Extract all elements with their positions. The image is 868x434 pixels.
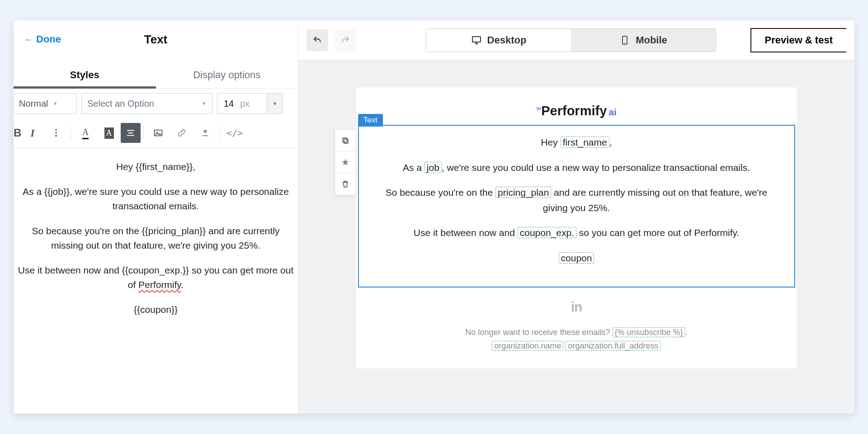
block-actions bbox=[335, 129, 356, 195]
font-family-select[interactable]: Select an Option ▼ bbox=[81, 93, 212, 114]
duplicate-icon bbox=[341, 136, 350, 145]
undo-button[interactable] bbox=[307, 29, 328, 51]
svg-point-2 bbox=[55, 135, 57, 137]
editor-header: ← Done Text bbox=[14, 20, 298, 53]
bold-button[interactable]: B bbox=[14, 123, 21, 143]
preview-panel: Desktop Mobile Preview & test ʷPerformif… bbox=[298, 20, 854, 414]
email-footer: No longer want to receive these emails? … bbox=[356, 326, 797, 353]
favorite-block-button[interactable] bbox=[335, 151, 356, 173]
svg-point-5 bbox=[203, 130, 207, 133]
code-view-button[interactable]: </> bbox=[223, 123, 246, 143]
svg-rect-6 bbox=[472, 37, 481, 42]
italic-button[interactable]: I bbox=[21, 123, 44, 143]
back-arrow-icon: ← bbox=[24, 35, 33, 44]
block-tag: Text bbox=[358, 114, 383, 127]
link-icon bbox=[177, 128, 187, 138]
heading-select[interactable]: Normal ▼ bbox=[14, 93, 77, 114]
format-toolbar: Normal ▼ Select an Option ▼ 14 px ▼ B bbox=[14, 89, 298, 148]
redo-icon bbox=[340, 35, 350, 45]
delete-block-button[interactable] bbox=[335, 173, 356, 195]
brand-logo: ʷPerformifyai bbox=[356, 104, 797, 118]
insert-image-button[interactable] bbox=[146, 123, 170, 143]
editor-panel: ← Done Text Styles Display options Norma… bbox=[14, 20, 298, 414]
undo-icon bbox=[312, 35, 322, 45]
text-color-button[interactable]: A bbox=[74, 123, 97, 143]
separator bbox=[143, 126, 144, 140]
chevron-down-icon: ▼ bbox=[202, 101, 207, 106]
font-size-stepper[interactable]: ▼ bbox=[267, 93, 283, 114]
svg-point-8 bbox=[624, 42, 625, 43]
trash-icon bbox=[341, 179, 350, 189]
separator bbox=[220, 126, 220, 140]
person-icon bbox=[200, 128, 210, 138]
text-block[interactable]: Text Hey first_n bbox=[358, 125, 795, 288]
panel-title: Text bbox=[144, 33, 168, 47]
var-org-address: organization.full_address bbox=[566, 341, 660, 351]
bg-color-button[interactable]: A bbox=[97, 123, 121, 143]
desktop-view-button[interactable]: Desktop bbox=[426, 29, 571, 52]
svg-point-1 bbox=[55, 132, 57, 134]
image-icon bbox=[153, 128, 163, 138]
viewport-switch: Desktop Mobile bbox=[426, 28, 716, 52]
var-unsubscribe: {% unsubscribe %} bbox=[613, 327, 685, 337]
svg-rect-9 bbox=[344, 139, 348, 143]
preview-toolbar: Desktop Mobile Preview & test bbox=[298, 20, 854, 60]
var-coupon: coupon bbox=[559, 252, 594, 264]
spark-icon: ʷ bbox=[536, 104, 540, 116]
canvas[interactable]: ʷPerformifyai Text bbox=[298, 60, 854, 414]
font-size-control: 14 px ▼ bbox=[217, 93, 283, 114]
duplicate-block-button[interactable] bbox=[335, 130, 356, 151]
align-center-icon bbox=[126, 128, 136, 138]
insert-link-button[interactable] bbox=[170, 123, 193, 143]
mobile-icon bbox=[619, 35, 630, 46]
done-label: Done bbox=[36, 33, 61, 45]
more-format-button[interactable] bbox=[44, 123, 68, 143]
redo-button[interactable] bbox=[335, 29, 356, 51]
var-pricing-plan: pricing_plan bbox=[495, 187, 551, 198]
linkedin-icon[interactable]: in bbox=[571, 299, 582, 314]
chevron-down-icon: ▼ bbox=[52, 101, 57, 106]
app-frame: ← Done Text Styles Display options Norma… bbox=[14, 20, 854, 414]
font-size-input[interactable]: 14 px bbox=[217, 93, 267, 114]
separator bbox=[71, 126, 71, 140]
tab-styles[interactable]: Styles bbox=[14, 61, 156, 88]
tab-display-options[interactable]: Display options bbox=[156, 61, 298, 88]
social-row: in bbox=[356, 299, 797, 315]
email-card: ʷPerformifyai Text bbox=[356, 87, 797, 368]
svg-point-0 bbox=[55, 129, 57, 131]
mobile-view-button[interactable]: Mobile bbox=[571, 29, 716, 52]
desktop-icon bbox=[471, 35, 482, 46]
svg-rect-10 bbox=[343, 138, 347, 142]
preview-test-button[interactable]: Preview & test bbox=[750, 28, 846, 52]
star-icon bbox=[341, 158, 350, 167]
done-button[interactable]: ← Done bbox=[24, 33, 61, 45]
var-first-name: first_name bbox=[561, 137, 609, 148]
insert-merge-tag-button[interactable] bbox=[193, 123, 217, 143]
email-body: Hey first_name, As a job, we're sure you… bbox=[377, 135, 776, 266]
var-coupon-exp: coupon_exp. bbox=[518, 227, 576, 238]
kebab-icon bbox=[51, 128, 61, 138]
var-org-name: organization.name bbox=[492, 341, 563, 351]
editor-tabs: Styles Display options bbox=[14, 61, 298, 89]
text-editor[interactable]: Hey {{first_name}}, As a {{job}}, we're … bbox=[14, 148, 298, 414]
align-center-button[interactable] bbox=[121, 123, 141, 143]
var-job: job bbox=[425, 162, 442, 173]
